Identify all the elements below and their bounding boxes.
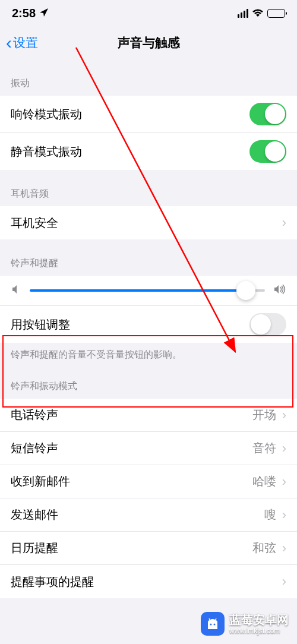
row-value: 开场 — [252, 407, 276, 423]
toggle-button-adjust[interactable] — [249, 313, 286, 336]
battery-icon — [267, 9, 285, 18]
toggle-silent-vibrate[interactable] — [249, 140, 286, 163]
chevron-right-icon: › — [282, 408, 286, 423]
chevron-right-icon: › — [282, 507, 286, 523]
status-time: 2:58 — [12, 7, 36, 20]
back-label: 设置 — [13, 34, 38, 51]
row-value: 哈喽 — [252, 473, 276, 490]
page-title: 声音与触感 — [118, 34, 180, 51]
watermark-text: 蓝莓安卓网 www.lmkjst.com — [229, 613, 289, 635]
section-patterns: 电话铃声 开场› 短信铃声 音符› 收到新邮件 哈喽› 发送邮件 嗖› 日历提醒… — [0, 399, 297, 598]
section-header-vibration: 振动 — [0, 59, 297, 96]
row-label: 用按钮调整 — [11, 317, 70, 333]
location-icon — [39, 7, 49, 20]
section-header-ringer: 铃声和提醒 — [0, 239, 297, 276]
row-label: 静音模式振动 — [11, 144, 82, 160]
status-right — [238, 9, 285, 18]
row-value: 嗖 — [264, 507, 276, 523]
section-header-patterns: 铃声和振动模式 — [0, 370, 297, 399]
nav-bar: ‹ 设置 声音与触感 — [0, 26, 297, 59]
row-reminder-alert[interactable]: 提醒事项的提醒 › — [0, 565, 297, 598]
toggle-ring-vibrate[interactable] — [249, 103, 286, 125]
section-footer-ringer: 铃声和提醒的音量不受音量按钮的影响。 — [0, 343, 297, 370]
row-label: 耳机安全 — [11, 215, 58, 231]
cellular-icon — [238, 9, 248, 18]
watermark: 蓝莓安卓网 www.lmkjst.com — [201, 612, 289, 636]
section-ringer: 用按钮调整 — [0, 276, 297, 343]
chevron-right-icon: › — [282, 541, 286, 556]
row-label: 提醒事项的提醒 — [11, 574, 94, 590]
chevron-right-icon: › — [282, 215, 286, 231]
chevron-right-icon: › — [282, 574, 286, 589]
chevron-right-icon: › — [282, 474, 286, 490]
section-vibration: 响铃模式振动 静音模式振动 — [0, 96, 297, 170]
row-silent-vibrate[interactable]: 静音模式振动 — [0, 133, 297, 170]
chevron-left-icon: ‹ — [6, 34, 12, 52]
watermark-title: 蓝莓安卓网 — [229, 613, 289, 627]
row-value: 和弦 — [252, 540, 276, 556]
row-volume-slider[interactable] — [0, 276, 297, 306]
row-label: 收到新邮件 — [11, 473, 70, 490]
watermark-icon — [201, 612, 225, 636]
row-value: 音符 — [252, 440, 276, 456]
row-calendar-alert[interactable]: 日历提醒 和弦› — [0, 532, 297, 565]
row-text-tone[interactable]: 短信铃声 音符› — [0, 432, 297, 465]
row-ringtone[interactable]: 电话铃声 开场› — [0, 399, 297, 432]
row-label: 响铃模式振动 — [11, 106, 82, 122]
chevron-right-icon: › — [282, 441, 286, 456]
speaker-high-icon — [273, 284, 286, 297]
volume-slider[interactable] — [30, 289, 265, 292]
wifi-icon — [252, 9, 264, 18]
row-label: 发送邮件 — [11, 507, 58, 523]
svg-point-2 — [210, 624, 212, 626]
status-bar: 2:58 — [0, 0, 297, 26]
svg-point-3 — [214, 624, 216, 626]
speaker-low-icon — [11, 284, 21, 297]
watermark-url: www.lmkjst.com — [229, 627, 289, 635]
row-sent-mail[interactable]: 发送邮件 嗖› — [0, 498, 297, 532]
row-label: 短信铃声 — [11, 440, 58, 456]
section-header-headphone: 耳机音频 — [0, 170, 297, 206]
row-label: 日历提醒 — [11, 540, 58, 556]
row-label: 电话铃声 — [11, 407, 58, 423]
row-headphone-safety[interactable]: 耳机安全 › — [0, 206, 297, 239]
row-button-adjust[interactable]: 用按钮调整 — [0, 306, 297, 343]
row-ring-vibrate[interactable]: 响铃模式振动 — [0, 96, 297, 133]
row-new-mail[interactable]: 收到新邮件 哈喽› — [0, 465, 297, 498]
back-button[interactable]: ‹ 设置 — [6, 34, 38, 52]
section-headphone: 耳机安全 › — [0, 206, 297, 239]
status-left: 2:58 — [12, 7, 49, 20]
